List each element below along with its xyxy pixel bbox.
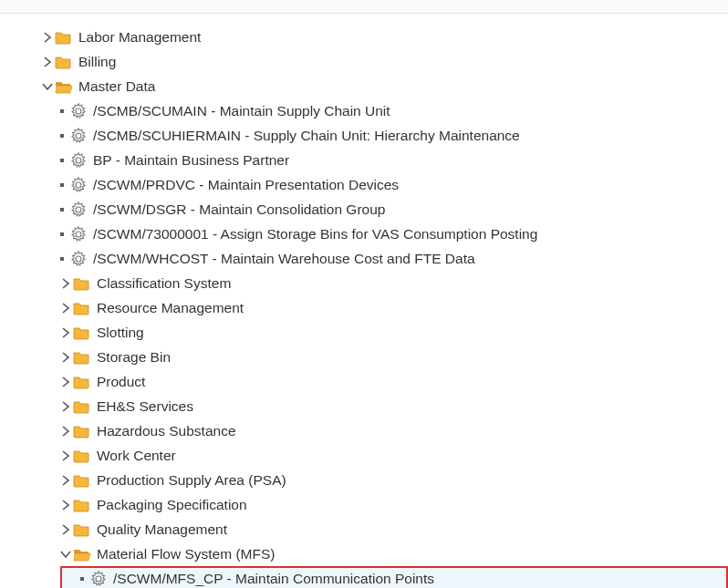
expand-icon[interactable] [40,55,55,69]
bullet-icon [55,202,69,217]
tree-leaf-scumain[interactable]: /SCMB/SCUMAIN - Maintain Supply Chain Un… [0,98,728,123]
gear-icon [69,128,88,144]
expand-icon[interactable] [58,325,73,340]
folder-icon [73,325,91,340]
tree-node-labor-management[interactable]: Labor Management [0,25,728,49]
expand-icon[interactable] [58,473,73,488]
folder-icon [73,375,91,389]
folder-icon [73,449,91,463]
tree-node-ehs[interactable]: EH&S Services [0,394,728,418]
tree-node-label: Production Supply Area (PSA) [97,472,286,489]
gear-icon [69,177,88,193]
folder-icon [73,276,91,291]
collapse-icon[interactable] [58,547,73,562]
tree-node-mfs[interactable]: Material Flow System (MFS) [0,542,728,566]
tree-leaf-label: /SCWM/MFS_CP - Maintain Communication Po… [113,571,434,587]
tree-node-hazmat[interactable]: Hazardous Substance [0,418,728,443]
tree-leaf-prdvc[interactable]: /SCWM/PRDVC - Maintain Presentation Devi… [0,172,728,197]
tree-leaf-vas[interactable]: /SCWM/73000001 - Assign Storage Bins for… [0,222,728,246]
tree-node-label: Slotting [97,325,144,341]
tree-node-psa[interactable]: Production Supply Area (PSA) [0,468,728,492]
tree-leaf-label: /SCMB/SCUHIERMAIN - Supply Chain Unit: H… [93,128,520,144]
bullet-icon [75,572,89,586]
tree-leaf-scuhiermain[interactable]: /SCMB/SCUHIERMAIN - Supply Chain Unit: H… [0,123,728,148]
tree-leaf-label: BP - Maintain Business Partner [93,152,289,169]
folder-open-icon [73,547,91,562]
tree-node-label: Product [97,374,145,390]
expand-icon[interactable] [58,301,73,315]
tree-node-work-center[interactable]: Work Center [0,443,728,468]
tree-leaf-mfs-cp[interactable]: /SCWM/MFS_CP - Maintain Communication Po… [60,566,728,588]
tree-node-label: Storage Bin [97,349,171,366]
expand-icon[interactable] [58,375,73,389]
tree-node-pack-spec[interactable]: Packaging Specification [0,492,728,517]
tree-leaf-label: /SCWM/PRDVC - Maintain Presentation Devi… [93,177,399,193]
tree-leaf-label: /SCWM/WHCOST - Maintain Warehouse Cost a… [93,251,475,267]
tree-node-label: Resource Management [97,300,244,316]
collapse-icon[interactable] [40,79,55,94]
bullet-icon [55,227,69,242]
tree-node-label: Classification System [97,275,231,292]
bullet-icon [55,252,69,266]
gear-icon [69,152,88,169]
tree-leaf-label: /SCWM/73000001 - Assign Storage Bins for… [93,226,537,242]
tree-node-label: Billing [78,54,116,70]
tree-node-billing[interactable]: Billing [0,49,728,74]
expand-icon[interactable] [58,276,73,291]
folder-icon [73,498,91,512]
folder-icon [55,55,73,69]
gear-icon [69,251,88,267]
tree-node-product[interactable]: Product [0,369,728,394]
folder-icon [73,399,91,414]
bullet-icon [55,104,69,119]
bullet-icon [55,129,69,143]
tree-leaf-whcost[interactable]: /SCWM/WHCOST - Maintain Warehouse Cost a… [0,246,728,271]
folder-open-icon [55,79,73,94]
tree-leaf-label: /SCWM/DSGR - Maintain Consolidation Grou… [93,201,385,218]
folder-icon [73,473,91,488]
tree-node-label: Quality Management [97,521,227,538]
tree-node-label: Work Center [97,448,176,464]
tree-node-label: Packaging Specification [97,497,247,513]
toolbar [0,0,728,14]
tree-node-storage-bin[interactable]: Storage Bin [0,345,728,369]
expand-icon[interactable] [58,424,73,438]
tree-node-label: Hazardous Substance [97,423,236,439]
expand-icon[interactable] [58,350,73,365]
expand-icon[interactable] [58,498,73,512]
folder-icon [73,301,91,315]
gear-icon [69,103,88,119]
tree-node-label: EH&S Services [97,398,193,415]
tree-node-label: Master Data [78,78,155,95]
expand-icon[interactable] [58,399,73,414]
expand-icon[interactable] [58,522,73,537]
expand-icon[interactable] [58,449,73,463]
bullet-icon [55,178,69,192]
gear-icon [69,201,88,218]
tree-node-master-data[interactable]: Master Data [0,74,728,98]
tree-node-slotting[interactable]: Slotting [0,320,728,345]
tree-node-qm[interactable]: Quality Management [0,517,728,542]
folder-icon [73,522,91,537]
tree-node-label: Labor Management [78,29,201,46]
folder-icon [73,424,91,438]
folder-icon [55,30,73,45]
tree-node-classification[interactable]: Classification System [0,271,728,295]
bullet-icon [55,153,69,168]
tree-node-label: Material Flow System (MFS) [97,546,276,562]
navigation-tree: Labor Management Billing Master Data /SC… [0,14,728,588]
tree-leaf-bp[interactable]: BP - Maintain Business Partner [0,148,728,172]
folder-icon [73,350,91,365]
tree-node-resource[interactable]: Resource Management [0,295,728,320]
gear-icon [89,571,108,587]
tree-leaf-label: /SCMB/SCUMAIN - Maintain Supply Chain Un… [93,103,390,119]
gear-icon [69,226,88,242]
tree-leaf-dsgr[interactable]: /SCWM/DSGR - Maintain Consolidation Grou… [0,197,728,222]
expand-icon[interactable] [40,30,55,45]
